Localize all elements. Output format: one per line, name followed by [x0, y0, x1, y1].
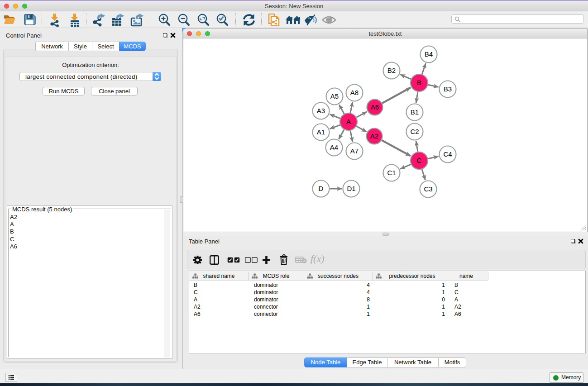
- svg-text:B4: B4: [425, 50, 433, 58]
- svg-text:C1: C1: [387, 169, 396, 176]
- svg-text:D1: D1: [347, 185, 355, 192]
- svg-text:A5: A5: [330, 92, 339, 100]
- svg-text:C4: C4: [443, 150, 452, 158]
- svg-text:C3: C3: [424, 185, 432, 193]
- svg-text:A8: A8: [350, 89, 359, 96]
- svg-text:A4: A4: [330, 143, 338, 151]
- svg-text:D: D: [319, 185, 324, 192]
- svg-text:B: B: [417, 79, 421, 86]
- svg-text:A: A: [346, 118, 351, 125]
- svg-text:A7: A7: [350, 147, 359, 155]
- svg-text:B3: B3: [444, 85, 452, 93]
- svg-text:C2: C2: [410, 128, 419, 135]
- svg-text:A1: A1: [317, 128, 325, 136]
- svg-text:B2: B2: [387, 67, 396, 74]
- svg-text:A6: A6: [371, 103, 379, 111]
- svg-text:B1: B1: [411, 108, 419, 116]
- svg-text:C: C: [417, 157, 422, 164]
- svg-text:A3: A3: [317, 107, 325, 114]
- svg-text:A2: A2: [370, 132, 378, 140]
